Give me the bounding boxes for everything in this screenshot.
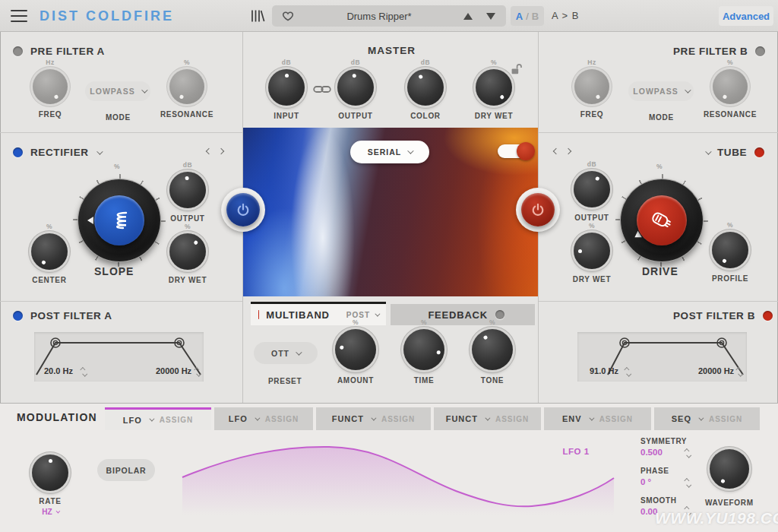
tab-label: LFO (123, 416, 142, 425)
feedback-time-knob[interactable] (403, 329, 444, 370)
pre-filter-b-freq-knob[interactable] (574, 69, 609, 104)
multiband-amount-knob[interactable] (335, 329, 376, 370)
lfo-name-label: LFO 1 (546, 447, 606, 456)
symmetry-stepper[interactable] (686, 448, 690, 458)
rectifier-led[interactable] (13, 147, 23, 157)
chevron-down-icon[interactable] (485, 415, 490, 420)
post-filter-a-high-value[interactable]: 20000 Hz (156, 366, 191, 375)
tab-assign[interactable]: ASSIGN (381, 415, 415, 423)
lfo-rate-knob[interactable] (32, 454, 68, 491)
unlock-icon[interactable] (511, 63, 522, 75)
lfo-waveform-knob[interactable] (710, 449, 749, 489)
chevron-down-icon[interactable] (698, 415, 704, 420)
advanced-button[interactable]: Advanced (719, 6, 773, 26)
ab-a-label[interactable]: A (516, 11, 523, 22)
mod-tab-funct1[interactable]: FUNCT ASSIGN (316, 407, 431, 430)
post-filter-a-high-stepper[interactable] (196, 367, 200, 376)
preset-label: PRESET (268, 377, 302, 385)
pre-filter-a-freq-knob[interactable] (33, 69, 68, 104)
mod-tab-funct2[interactable]: FUNCT ASSIGN (434, 407, 541, 430)
hamburger-menu-icon[interactable] (11, 10, 27, 22)
post-filter-b-low-value[interactable]: 91.0 Hz (590, 366, 618, 375)
post-filter-a-led[interactable] (13, 311, 23, 321)
master-output-knob[interactable] (337, 69, 374, 106)
master-input-knob[interactable] (268, 69, 305, 106)
ab-copy-button[interactable]: A > B (552, 10, 579, 21)
chevron-down-icon[interactable] (589, 415, 594, 420)
phase-stepper[interactable] (686, 478, 690, 487)
tube-nav-arrows (554, 149, 571, 154)
tab-assign[interactable]: ASSIGN (160, 416, 193, 424)
watermark: WWW.YU198.COM (655, 509, 778, 527)
rectifier-center-knob[interactable] (31, 233, 68, 270)
chevron-down-icon[interactable] (255, 415, 260, 420)
phase-value[interactable]: 0 ° (640, 477, 651, 486)
feedback-tone-knob[interactable] (472, 329, 513, 370)
tube-led[interactable] (754, 147, 764, 157)
tube-profile-knob[interactable] (712, 232, 748, 268)
routing-toggle[interactable] (498, 144, 533, 158)
unit-label: % (727, 221, 733, 229)
master-drywet-knob[interactable] (476, 69, 512, 106)
mod-tab-lfo2[interactable]: LFO ASSIGN (214, 407, 313, 430)
chevron-right-icon[interactable] (565, 148, 571, 154)
pre-filter-a-resonance-knob[interactable] (169, 69, 204, 104)
dist-b-power-button[interactable] (521, 193, 555, 226)
power-icon (236, 202, 251, 217)
ab-toggle[interactable]: A / B (511, 6, 544, 26)
post-filter-b-header: POST FILTER B (673, 310, 773, 321)
unit-label: Hz (587, 59, 596, 66)
tab-assign[interactable]: ASSIGN (709, 415, 742, 423)
chevron-down-icon[interactable] (705, 148, 711, 154)
chevron-left-icon[interactable] (553, 148, 559, 154)
knob-label: AMOUNT (337, 376, 374, 385)
post-filter-b-low-stepper[interactable] (626, 367, 630, 376)
knob-indicator (53, 94, 59, 100)
preset-bar[interactable]: Drums Ripper* (272, 5, 506, 27)
chevron-left-icon[interactable] (206, 148, 212, 154)
chevron-down-icon[interactable] (149, 416, 154, 422)
pre-filter-b-resonance-knob[interactable] (713, 69, 748, 104)
post-filter-b-high-stepper[interactable] (738, 367, 742, 376)
preset-prev-icon[interactable] (463, 13, 473, 20)
post-filter-b-title: POST FILTER B (673, 310, 755, 321)
post-filter-b-led[interactable] (763, 311, 773, 321)
tube-drive-knob[interactable] (617, 176, 707, 265)
preset-name[interactable]: Drums Ripper* (295, 11, 463, 22)
tab-assign[interactable]: ASSIGN (495, 415, 529, 423)
post-filter-a-low-stepper[interactable] (82, 367, 86, 376)
multiband-position-dropdown[interactable]: POST (346, 311, 378, 319)
symmetry-value[interactable]: 0.500 (640, 448, 663, 457)
pre-filter-a-led[interactable] (13, 46, 23, 56)
rectifier-slope-knob[interactable] (74, 176, 164, 265)
tab-assign[interactable]: ASSIGN (599, 415, 633, 423)
chevron-right-icon[interactable] (218, 148, 224, 154)
rectifier-drywet-knob[interactable] (169, 233, 206, 270)
multiband-preset-dropdown[interactable]: OTT (254, 342, 318, 364)
pre-filter-a-mode-dropdown[interactable]: LOWPASS (85, 81, 150, 101)
chevron-down-icon[interactable] (371, 415, 376, 420)
preset-next-icon[interactable] (486, 13, 495, 20)
tube-drywet-knob[interactable] (574, 233, 610, 269)
tab-assign[interactable]: ASSIGN (265, 415, 299, 423)
rate-unit-dropdown[interactable]: HZ (42, 508, 58, 516)
smooth-label: SMOOTH (640, 496, 677, 505)
knob-label: RESONANCE (160, 110, 213, 119)
post-filter-a-low-value[interactable]: 20.0 Hz (44, 366, 73, 375)
knob-indicator (578, 249, 582, 253)
rectifier-output-knob[interactable] (169, 172, 206, 208)
dist-a-power-button[interactable] (226, 193, 260, 226)
mod-tab-lfo1[interactable]: LFO ASSIGN (105, 407, 211, 430)
pre-filter-b-led[interactable] (755, 46, 765, 56)
mod-tab-env[interactable]: ENV ASSIGN (544, 407, 651, 430)
ab-b-label[interactable]: B (532, 11, 539, 22)
library-icon[interactable] (251, 9, 265, 23)
post-filter-b-high-value[interactable]: 20000 Hz (698, 366, 734, 375)
routing-mode-dropdown[interactable]: SERIAL (350, 141, 429, 163)
pre-filter-b-mode-dropdown[interactable]: LOWPASS (628, 81, 694, 101)
chevron-down-icon[interactable] (96, 148, 103, 154)
bipolar-button[interactable]: BIPOLAR (97, 459, 155, 481)
mod-tab-seq[interactable]: SEQ ASSIGN (654, 407, 760, 430)
master-color-knob[interactable] (407, 69, 444, 106)
favorite-heart-icon[interactable] (281, 10, 295, 22)
